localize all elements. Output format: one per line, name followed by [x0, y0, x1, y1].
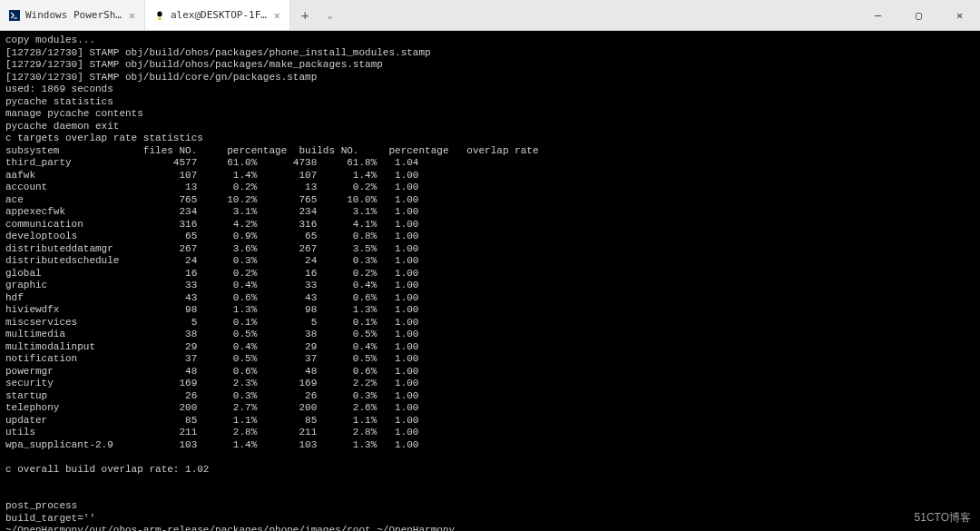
- tab-title: alex@DESKTOP-1FVQBDS: ~/O: [171, 9, 269, 21]
- svg-point-3: [157, 11, 162, 16]
- watermark: 51CTO博客: [915, 510, 971, 526]
- svg-point-4: [158, 17, 162, 19]
- terminal-output[interactable]: copy modules... [12728/12730] STAMP obj/…: [0, 31, 980, 531]
- close-button[interactable]: ✕: [939, 0, 980, 30]
- window-titlebar: Windows PowerShell ✕ alex@DESKTOP-1FVQBD…: [0, 0, 980, 31]
- minimize-button[interactable]: —: [858, 0, 898, 30]
- tab-strip: Windows PowerShell ✕ alex@DESKTOP-1FVQBD…: [0, 0, 339, 30]
- tab-powershell[interactable]: Windows PowerShell ✕: [0, 0, 145, 30]
- close-icon[interactable]: ✕: [274, 9, 280, 22]
- powershell-icon: [9, 10, 20, 21]
- tab-wsl[interactable]: alex@DESKTOP-1FVQBDS: ~/O ✕: [145, 0, 290, 30]
- maximize-button[interactable]: ▢: [898, 0, 939, 30]
- tab-dropdown[interactable]: ⌄: [319, 0, 339, 30]
- close-icon[interactable]: ✕: [129, 9, 135, 22]
- tab-title: Windows PowerShell: [25, 9, 123, 21]
- tux-icon: [154, 10, 165, 21]
- window-controls: — ▢ ✕: [858, 0, 980, 30]
- new-tab-button[interactable]: +: [290, 0, 319, 30]
